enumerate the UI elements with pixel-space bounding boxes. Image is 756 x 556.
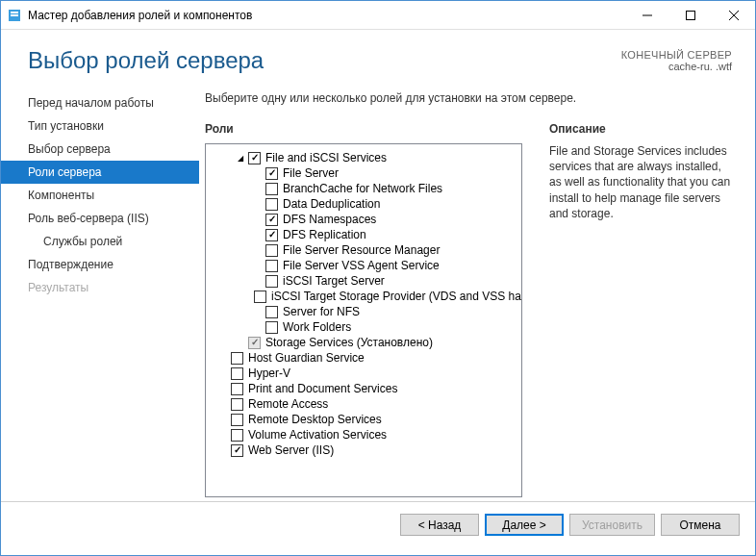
titlebar: Мастер добавления ролей и компонентов	[1, 1, 755, 30]
tree-node-label: Remote Desktop Services	[248, 413, 382, 426]
tree-node[interactable]: Storage Services (Установлено)	[210, 335, 517, 350]
tree-node-label: Host Guardian Service	[248, 351, 365, 365]
tree-node[interactable]: iSCSI Target Storage Provider (VDS and V…	[210, 289, 517, 304]
tree-node[interactable]: BranchCache for Network Files	[210, 181, 517, 196]
svg-rect-4	[686, 11, 694, 19]
tree-node[interactable]: ◢File and iSCSI Services	[210, 150, 517, 165]
tree-node[interactable]: iSCSI Target Server	[210, 273, 517, 289]
tree-node-label: Remote Access	[248, 397, 328, 411]
tree-node[interactable]: Remote Access	[210, 396, 517, 412]
close-button[interactable]	[712, 1, 755, 29]
checkbox[interactable]	[265, 214, 278, 226]
roles-header: Роли	[205, 122, 522, 136]
minimize-button[interactable]	[625, 1, 668, 29]
checkbox[interactable]	[231, 352, 243, 365]
wizard-step[interactable]: Службы ролей	[1, 230, 199, 253]
window-title: Мастер добавления ролей и компонентов	[28, 9, 625, 22]
destination-server-info: КОНЕЧНЫЙ СЕРВЕР cache-ru. .wtf	[621, 49, 732, 72]
tree-node-label: Web Server (IIS)	[248, 443, 334, 457]
checkbox[interactable]	[231, 414, 243, 426]
previous-button[interactable]: < Назад	[400, 514, 479, 536]
tree-node[interactable]: Hyper-V	[210, 366, 517, 381]
footer: < Назад Далее > Установить Отмена	[1, 501, 755, 547]
svg-rect-2	[11, 14, 18, 16]
tree-node-label: File Server VSS Agent Service	[283, 259, 440, 272]
checkbox[interactable]	[265, 260, 278, 272]
wizard-step[interactable]: Компоненты	[1, 184, 199, 207]
tree-node-label: File and iSCSI Services	[265, 151, 387, 164]
tree-node[interactable]: Server for NFS	[210, 304, 517, 319]
main-panel: Выберите одну или несколько ролей для ус…	[199, 88, 755, 497]
checkbox[interactable]	[265, 229, 278, 241]
tree-node[interactable]: Volume Activation Services	[210, 427, 517, 442]
roles-tree[interactable]: ◢File and iSCSI ServicesFile ServerBranc…	[206, 144, 521, 496]
description-column: Описание File and Storage Services inclu…	[549, 122, 734, 497]
tree-node-label: iSCSI Target Storage Provider (VDS and V…	[271, 290, 521, 303]
tree-node-label: Volume Activation Services	[248, 428, 387, 442]
svg-rect-1	[11, 12, 18, 13]
server-name: cache-ru. .wtf	[621, 61, 732, 72]
checkbox[interactable]	[265, 198, 278, 211]
tree-node-label: DFS Replication	[283, 228, 366, 241]
tree-node[interactable]: File Server VSS Agent Service	[210, 258, 517, 273]
wizard-step[interactable]: Тип установки	[1, 114, 199, 138]
checkbox[interactable]	[231, 383, 243, 395]
maximize-button[interactable]	[668, 1, 712, 29]
tree-node[interactable]: Remote Desktop Services	[210, 412, 517, 427]
tree-node[interactable]: DFS Namespaces	[210, 212, 517, 227]
wizard-step: Результаты	[1, 276, 199, 299]
tree-node-label: Server for NFS	[283, 305, 360, 318]
tree-node-label: BranchCache for Network Files	[283, 182, 442, 195]
checkbox[interactable]	[265, 244, 278, 257]
tree-node[interactable]: File Server Resource Manager	[210, 242, 517, 258]
tree-node-label: Hyper-V	[248, 366, 290, 380]
install-button: Установить	[569, 514, 655, 536]
next-button[interactable]: Далее >	[485, 514, 564, 536]
checkbox	[248, 337, 261, 349]
cancel-button[interactable]: Отмена	[661, 514, 740, 536]
checkbox[interactable]	[231, 429, 243, 442]
description-header: Описание	[549, 122, 734, 136]
tree-node[interactable]: Work Folders	[210, 319, 517, 335]
tree-node-label: File Server	[283, 166, 339, 180]
checkbox[interactable]	[231, 367, 243, 380]
checkbox[interactable]	[265, 321, 278, 334]
tree-node-label: Work Folders	[283, 320, 351, 334]
header: Выбор ролей сервера КОНЕЧНЫЙ СЕРВЕР cach…	[1, 30, 755, 88]
checkbox[interactable]	[254, 291, 266, 303]
checkbox[interactable]	[231, 444, 243, 457]
tree-node[interactable]: Web Server (IIS)	[210, 442, 517, 458]
tree-node[interactable]: DFS Replication	[210, 227, 517, 242]
description-text: File and Storage Services includes servi…	[549, 143, 734, 221]
checkbox[interactable]	[265, 183, 278, 195]
wizard-step[interactable]: Перед началом работы	[1, 91, 199, 114]
tree-node[interactable]: Host Guardian Service	[210, 350, 517, 366]
tree-node-label: Storage Services (Установлено)	[265, 336, 433, 349]
tree-node[interactable]: File Server	[210, 165, 517, 181]
wizard-step[interactable]: Роль веб-сервера (IIS)	[1, 207, 199, 230]
page-title: Выбор ролей сервера	[28, 47, 264, 74]
tree-node-label: DFS Namespaces	[283, 213, 376, 226]
checkbox[interactable]	[231, 398, 243, 411]
roles-tree-container: ◢File and iSCSI ServicesFile ServerBranc…	[205, 143, 522, 497]
wizard-step[interactable]: Выбор сервера	[1, 138, 199, 161]
checkbox[interactable]	[265, 275, 278, 288]
tree-node-label: Data Deduplication	[283, 197, 380, 211]
roles-column: Роли ◢File and iSCSI ServicesFile Server…	[205, 122, 522, 497]
wizard-step[interactable]: Подтверждение	[1, 253, 199, 276]
checkbox[interactable]	[265, 167, 278, 180]
app-icon	[7, 8, 22, 23]
wizard-steps-sidebar: Перед началом работыТип установкиВыбор с…	[1, 88, 199, 497]
server-label: КОНЕЧНЫЙ СЕРВЕР	[621, 49, 732, 61]
tree-node[interactable]: Print and Document Services	[210, 381, 517, 396]
checkbox[interactable]	[265, 306, 278, 318]
window-controls	[625, 1, 755, 29]
tree-node-label: File Server Resource Manager	[283, 243, 440, 257]
tree-node-label: iSCSI Target Server	[283, 274, 385, 288]
wizard-step[interactable]: Роли сервера	[1, 161, 199, 184]
instruction-text: Выберите одну или несколько ролей для ус…	[205, 91, 734, 105]
collapse-icon[interactable]: ◢	[235, 152, 246, 164]
tree-node[interactable]: Data Deduplication	[210, 196, 517, 212]
tree-node-label: Print and Document Services	[248, 382, 397, 395]
checkbox[interactable]	[248, 152, 261, 164]
